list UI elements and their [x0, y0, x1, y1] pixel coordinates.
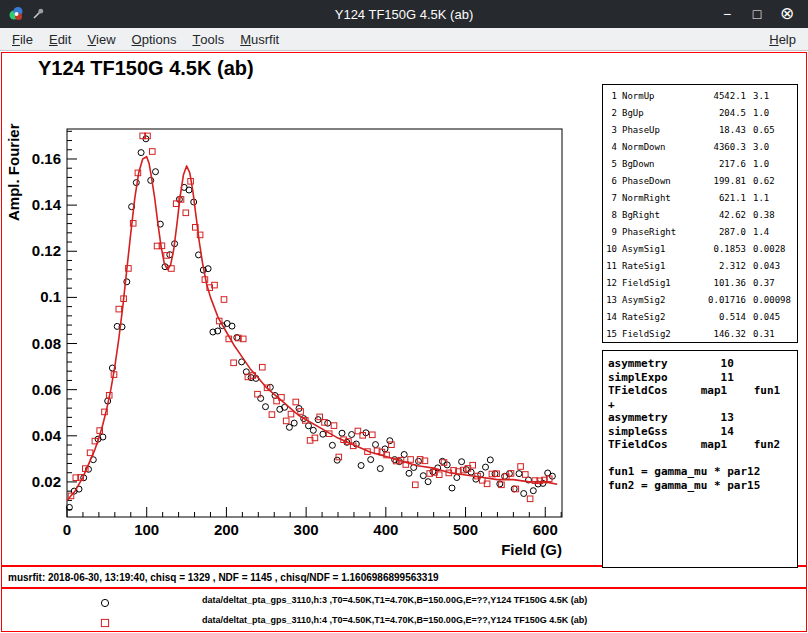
param-index: 3	[603, 122, 617, 139]
param-name: BgRight	[622, 207, 692, 224]
svg-text:0.12: 0.12	[32, 242, 61, 259]
param-error: 0.045	[753, 309, 797, 326]
legend-entry: data/deltat_pta_gps_3110,h:3 ,T0=4.50K,T…	[2, 591, 806, 611]
maximize-button[interactable]: □	[748, 5, 766, 23]
param-index: 1	[603, 88, 617, 105]
titlebar-left	[0, 6, 45, 22]
param-error: 1.0	[753, 156, 797, 173]
x-axis-title: Field (G)	[501, 541, 562, 558]
param-name: PhaseUp	[622, 122, 692, 139]
menu-item-musrfit[interactable]: Musrfit	[232, 28, 287, 50]
parameter-row-normdown: 4NormDown4360.33.0	[603, 139, 797, 156]
param-name: PhaseRight	[622, 224, 692, 241]
parameter-row-fieldsig1: 12FieldSig1101.360.37	[603, 275, 797, 292]
svg-text:0.1: 0.1	[40, 288, 61, 305]
svg-text:0.04: 0.04	[32, 427, 62, 444]
svg-text:100: 100	[134, 521, 159, 538]
titlebar[interactable]: Y124 TF150G 4.5K (ab) − □ ⊗	[0, 0, 808, 28]
legend-label: data/deltat_pta_gps_3110,h:3 ,T0=4.50K,T…	[202, 595, 587, 605]
param-index: 15	[603, 326, 617, 343]
parameter-row-bgdown: 5BgDown217.61.0	[603, 156, 797, 173]
titlebar-right: − □ ⊗	[718, 5, 808, 23]
fourier-plot[interactable]: 0100200300400500600Field (G)0.020.040.06…	[2, 53, 600, 565]
parameter-row-ratesig1: 11RateSig12.3120.043	[603, 258, 797, 275]
param-index: 13	[603, 292, 617, 309]
menu-item-file[interactable]: File	[4, 28, 41, 50]
param-error: 0.00098	[753, 292, 797, 309]
data-series-h3	[66, 136, 555, 511]
fit-status-text: musrfit: 2018-06-30, 13:19:40, chisq = 1…	[8, 572, 439, 583]
param-name: BgUp	[622, 105, 692, 122]
theory-line: asymmetry 13	[608, 411, 797, 425]
pin-icon[interactable]	[31, 7, 45, 21]
minimize-button[interactable]: −	[718, 5, 736, 23]
param-value: 217.6	[692, 156, 746, 173]
param-value: 0.1853	[692, 241, 746, 258]
parameter-row-fieldsig2: 15FieldSig2146.320.31	[603, 326, 797, 343]
param-error: 0.38	[753, 207, 797, 224]
theory-line: TFieldCos map1 fun2	[608, 438, 797, 452]
svg-text:0.14: 0.14	[32, 196, 62, 213]
legend-entry: data/deltat_pta_gps_3110,h:4 ,T0=4.50K,T…	[2, 611, 806, 631]
open-square-marker-icon	[99, 615, 111, 627]
data-series-h4	[68, 133, 552, 502]
status-pad[interactable]: musrfit: 2018-06-30, 13:19:40, chisq = 1…	[1, 566, 807, 588]
menu-mnemonic: M	[240, 32, 251, 47]
svg-text:0.06: 0.06	[32, 381, 61, 398]
svg-text:500: 500	[453, 521, 478, 538]
param-index: 10	[603, 241, 617, 258]
theory-line: fun2 = gamma_mu * par15	[608, 479, 797, 493]
menu-mnemonic: H	[769, 32, 778, 47]
menu-mnemonic: F	[12, 32, 20, 47]
theory-line: asymmetry 10	[608, 357, 797, 371]
param-value: 204.5	[692, 105, 746, 122]
close-button[interactable]: ⊗	[778, 5, 796, 23]
parameter-row-normright: 7NormRight621.11.1	[603, 190, 797, 207]
param-error: 0.62	[753, 173, 797, 190]
menu-item-edit[interactable]: Edit	[41, 28, 79, 50]
svg-text:0.08: 0.08	[32, 335, 61, 352]
parameter-row-ratesig2: 14RateSig20.5140.045	[603, 309, 797, 326]
fit-line	[67, 157, 557, 501]
param-value: 0.514	[692, 309, 746, 326]
parameter-row-asymsig2: 13AsymSig20.017160.00098	[603, 292, 797, 309]
menu-mnemonic: T	[192, 32, 200, 47]
param-name: RateSig2	[622, 309, 692, 326]
parameter-row-phaseup: 3PhaseUp18.430.65	[603, 122, 797, 139]
theory-line	[608, 452, 797, 466]
param-error: 0.31	[753, 326, 797, 343]
root-canvas: Y124 TF150G 4.5K (ab) 010020030040050060…	[0, 51, 808, 633]
param-index: 5	[603, 156, 617, 173]
svg-text:400: 400	[373, 521, 398, 538]
y-axis-title: Ampl. Fourier	[5, 123, 22, 221]
param-error: 3.0	[753, 139, 797, 156]
menu-item-options[interactable]: Options	[124, 28, 185, 50]
window-title: Y124 TF150G 4.5K (ab)	[0, 7, 808, 22]
menu-item-tools[interactable]: Tools	[184, 28, 232, 50]
param-error: 0.043	[753, 258, 797, 275]
param-name: BgDown	[622, 156, 692, 173]
menu-mnemonic: E	[49, 32, 58, 47]
param-value: 101.36	[692, 275, 746, 292]
param-name: FieldSig1	[622, 275, 692, 292]
menu-item-help[interactable]: Help	[761, 28, 804, 50]
param-name: NormRight	[622, 190, 692, 207]
legend-pad[interactable]: data/deltat_pta_gps_3110,h:3 ,T0=4.50K,T…	[1, 588, 807, 632]
parameter-box[interactable]: 1NormUp4542.13.12BgUp204.51.03PhaseUp18.…	[602, 84, 798, 343]
param-index: 14	[603, 309, 617, 326]
param-name: NormDown	[622, 139, 692, 156]
param-index: 12	[603, 275, 617, 292]
menu-item-view[interactable]: View	[79, 28, 123, 50]
param-value: 4360.3	[692, 139, 746, 156]
theory-box[interactable]: asymmetry 10simplExpo 11TFieldCos map1 f…	[602, 350, 798, 568]
param-error: 3.1	[753, 88, 797, 105]
menu-mnemonic: V	[87, 32, 96, 47]
parameter-row-phaseright: 9PhaseRight287.01.4	[603, 224, 797, 241]
y-axis: 0.020.040.060.080.10.120.140.16Ampl. Fou…	[5, 123, 77, 509]
svg-text:600: 600	[533, 521, 558, 538]
plot-pad[interactable]: Y124 TF150G 4.5K (ab) 010020030040050060…	[1, 52, 807, 566]
parameter-row-normup: 1NormUp4542.13.1	[603, 88, 797, 105]
menubar: FileEditViewOptionsToolsMusrfitHelp	[0, 28, 808, 51]
param-name: FieldSig2	[622, 326, 692, 343]
param-name: NormUp	[622, 88, 692, 105]
